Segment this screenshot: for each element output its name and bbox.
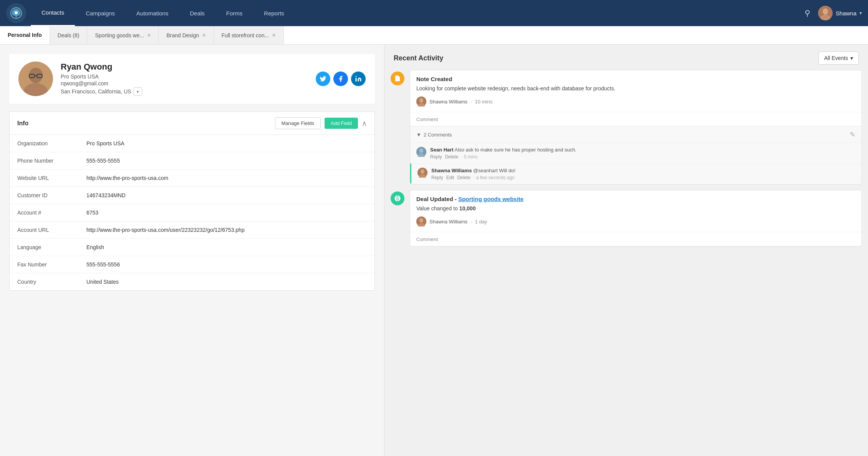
cursor-icon: ✎ — [850, 130, 855, 139]
delete-button[interactable]: Delete — [457, 175, 470, 180]
tab-sporting-goods[interactable]: Sporting goods we... × — [87, 26, 159, 44]
info-value: United States — [86, 279, 119, 285]
close-icon[interactable]: × — [202, 32, 205, 38]
app-logo[interactable] — [6, 3, 26, 23]
linkedin-icon[interactable] — [351, 72, 366, 86]
info-row-account-url: Account URL http://www.the-pro-sports-us… — [10, 221, 374, 239]
delete-button[interactable]: Delete — [445, 154, 459, 160]
contact-name: Ryan Qwong — [61, 62, 308, 72]
comments-section: ▼ 2 Comments ✎ Sea — [410, 126, 861, 184]
comment-input-area[interactable]: Comment — [410, 232, 861, 246]
comments-header[interactable]: ▼ 2 Comments ✎ — [410, 126, 861, 143]
nav-deals[interactable]: Deals — [179, 0, 215, 26]
nav-forms[interactable]: Forms — [215, 0, 253, 26]
tab-label: Brand Design — [166, 32, 199, 38]
info-rows: Organization Pro Sports USA Phone Number… — [10, 135, 374, 290]
comment-link[interactable]: Comment — [416, 116, 438, 122]
comment-time: · 5 mins — [461, 154, 477, 160]
nav-items: Contacts Campaigns Automations Deals For… — [31, 0, 805, 26]
info-value: Pro Sports USA — [86, 140, 124, 146]
comment-author: Sean Hart — [430, 147, 454, 153]
svg-point-11 — [356, 76, 357, 77]
comment-content: Shawna Williams @seanhart Will do! Reply… — [431, 168, 855, 180]
activity-list: Note Created Looking for complete websit… — [384, 70, 868, 260]
tab-storefront[interactable]: Full storefront con... × — [214, 26, 284, 44]
info-row-website: Website URL http://www.the-pro-sports-us… — [10, 170, 374, 187]
activity-item-note: Note Created Looking for complete websit… — [391, 70, 862, 185]
author-name: Shawna Williams — [429, 219, 467, 225]
nav-contacts[interactable]: Contacts — [31, 0, 75, 26]
comment-input-area[interactable]: Comment — [410, 112, 861, 126]
author-name: Shawna Williams — [429, 99, 467, 105]
comments-count: 2 Comments — [424, 132, 452, 138]
close-icon[interactable]: × — [147, 32, 151, 38]
collapse-icon[interactable]: ∧ — [362, 119, 367, 128]
manage-fields-button[interactable]: Manage Fields — [275, 117, 321, 129]
commenter-avatar — [417, 168, 427, 178]
svg-point-1 — [15, 11, 18, 14]
info-value: 6753 — [86, 210, 98, 216]
info-label: Customer ID — [17, 192, 86, 198]
info-label: Account URL — [17, 227, 86, 233]
info-row-phone: Phone Number 555-555-5555 — [10, 152, 374, 170]
info-row-customer-id: Customer ID 146743234MND — [10, 187, 374, 204]
collapse-comments-icon: ▼ — [416, 132, 421, 138]
note-activity-card: Note Created Looking for complete websit… — [410, 70, 862, 185]
activity-time: 10 mins — [475, 99, 493, 105]
facebook-icon[interactable] — [333, 72, 348, 86]
add-field-button[interactable]: Add Field — [325, 118, 358, 129]
search-icon[interactable]: ⚲ — [805, 8, 810, 18]
nav-campaigns[interactable]: Campaigns — [75, 0, 126, 26]
info-label: Country — [17, 279, 86, 285]
tab-personal-info[interactable]: Personal Info — [0, 26, 50, 44]
user-menu[interactable]: Shawna ▾ — [818, 6, 862, 20]
location-dropdown[interactable]: ▾ — [134, 87, 142, 96]
filter-label: All Events — [824, 55, 848, 61]
close-icon[interactable]: × — [272, 32, 275, 38]
username-label: Shawna — [836, 10, 856, 17]
svg-point-22 — [421, 169, 424, 174]
info-label: Account # — [17, 210, 86, 216]
nav-reports[interactable]: Reports — [253, 0, 295, 26]
info-value: 555-555-5555 — [86, 158, 120, 164]
right-panel: Recent Activity All Events ▾ Note Create… — [384, 45, 868, 456]
info-row-org: Organization Pro Sports USA — [10, 135, 374, 152]
info-label: Phone Number — [17, 158, 86, 164]
note-card-body: Note Created Looking for complete websit… — [410, 70, 861, 112]
reply-button[interactable]: Reply — [431, 175, 443, 180]
deal-link[interactable]: Sporting goods website — [458, 196, 523, 202]
info-value: 146743234MND — [86, 192, 126, 198]
info-row-language: Language English — [10, 239, 374, 256]
tab-label: Deals (8) — [58, 32, 80, 38]
activity-item-deal: Deal Updated - Sporting goods website Va… — [391, 190, 862, 246]
comment-link[interactable]: Comment — [416, 236, 438, 242]
info-label: Language — [17, 244, 86, 250]
note-author: Shawna Williams · 10 mins — [416, 97, 855, 107]
tab-label: Sporting goods we... — [95, 32, 144, 38]
svg-point-26 — [419, 218, 423, 223]
info-card-header: Info Manage Fields Add Field ∧ — [10, 112, 374, 135]
twitter-icon[interactable] — [316, 72, 330, 86]
user-avatar — [818, 6, 833, 20]
tab-deals[interactable]: Deals (8) — [50, 26, 88, 44]
author-time-separator: · — [470, 99, 472, 105]
edit-button[interactable]: Edit — [446, 175, 454, 180]
reply-button[interactable]: Reply — [430, 154, 442, 160]
activity-icon-col — [391, 190, 404, 246]
comment-item-highlighted: Shawna Williams @seanhart Will do! Reply… — [410, 163, 861, 184]
nav-automations[interactable]: Automations — [126, 0, 179, 26]
tab-brand-design[interactable]: Brand Design × — [159, 26, 214, 44]
comment-time: · a few seconds ago — [474, 175, 515, 180]
comments-toggle[interactable]: ▼ 2 Comments — [416, 132, 452, 138]
comment-actions: Reply Edit Delete · a few seconds ago — [431, 175, 855, 180]
deal-author: Shawna Williams · 1 day — [416, 216, 855, 226]
svg-point-16 — [419, 98, 423, 103]
note-type-label: Note Created — [416, 76, 855, 82]
note-icon — [391, 72, 404, 85]
comment-text: Sean Hart Also ask to make sure he has p… — [430, 147, 855, 153]
activity-filter-dropdown[interactable]: All Events ▾ — [818, 52, 859, 65]
activity-header: Recent Activity All Events ▾ — [384, 45, 868, 70]
activity-time: 1 day — [475, 219, 487, 225]
commenter-avatar — [416, 147, 426, 157]
deal-text: Value changed to 10,000 — [416, 205, 855, 213]
